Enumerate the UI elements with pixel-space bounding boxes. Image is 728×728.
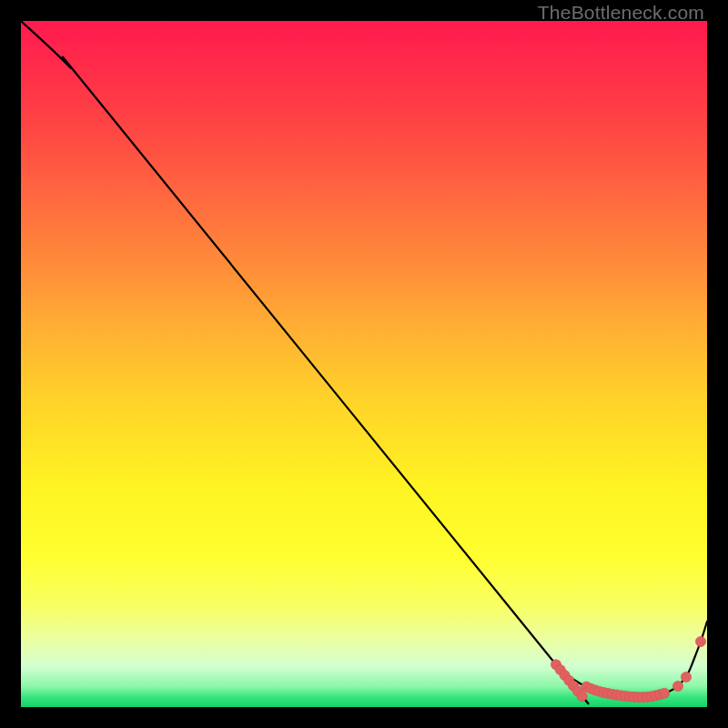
curve-marker [681, 672, 691, 682]
curve-marker [672, 681, 682, 691]
curve-marker [659, 688, 669, 698]
bottleneck-chart [0, 0, 728, 728]
chart-outer-frame: TheBottleneck.com [0, 0, 728, 728]
watermark-label: TheBottleneck.com [538, 2, 704, 24]
plot-background [21, 21, 707, 707]
curve-marker [695, 636, 705, 646]
curve-marker [577, 692, 587, 702]
